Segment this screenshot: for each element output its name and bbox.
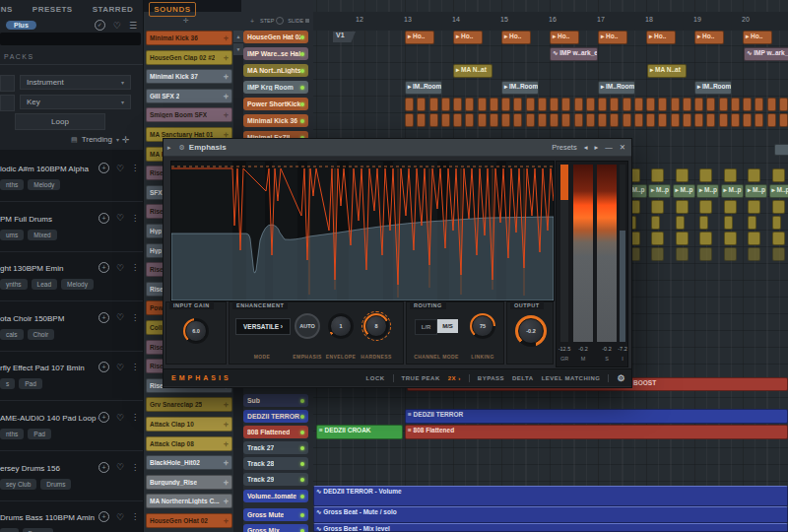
envelope-knob[interactable]: 1 xyxy=(328,313,354,339)
clip-flattened[interactable]: ≡ 808 Flattened xyxy=(405,425,788,439)
close-icon[interactable]: ✕ xyxy=(620,143,625,152)
clip-pattern[interactable] xyxy=(748,200,760,214)
more-icon[interactable]: ⋮ xyxy=(131,214,139,223)
drag-handle-icon[interactable]: ✛ xyxy=(224,93,229,100)
clip-kick[interactable] xyxy=(429,113,438,127)
clip-kick[interactable] xyxy=(743,98,752,111)
instrument-dropdown[interactable]: Instrument▾ xyxy=(20,75,131,90)
tag-chip[interactable]: ss xyxy=(0,528,19,532)
clip-auto-volume[interactable]: ∿ DEDZII TERROR - Volume xyxy=(313,486,788,506)
clip-kick[interactable] xyxy=(671,98,680,111)
clip-kick[interactable] xyxy=(755,113,763,127)
clip-kick[interactable] xyxy=(683,113,691,127)
clip-kick[interactable] xyxy=(441,113,450,127)
clip-kick[interactable] xyxy=(779,113,788,127)
gear-icon[interactable]: ⚙ xyxy=(179,144,185,152)
preset-prev-icon[interactable]: ◂ xyxy=(584,143,588,152)
trending-sort[interactable]: ▤ Trending ▾ xyxy=(71,135,119,144)
clip-pattern[interactable] xyxy=(676,216,685,230)
mute-led[interactable] xyxy=(300,35,304,39)
heart-icon[interactable]: ♡ xyxy=(116,164,124,173)
clip-pattern[interactable] xyxy=(724,168,737,182)
channel-button[interactable]: HouseGen OHat 02✛ xyxy=(146,513,232,528)
clip-kick[interactable] xyxy=(694,113,703,127)
add-icon[interactable]: + xyxy=(98,312,109,323)
clip-pattern[interactable] xyxy=(772,232,785,245)
clip-pattern-green[interactable]: ▸ M..p xyxy=(769,184,788,198)
clip-auto-mute[interactable]: ∿ Gross Beat - Mute / solo xyxy=(313,506,788,523)
clip-kick[interactable] xyxy=(779,98,788,111)
mute-led[interactable] xyxy=(300,529,304,532)
clip-northern[interactable]: ▸ MA N..at xyxy=(453,64,492,78)
channel-button[interactable]: Gill SFX 2✛ xyxy=(146,89,232,103)
channel-button[interactable]: BlackHole_Hit02✛ xyxy=(146,455,232,470)
clip-pattern[interactable] xyxy=(724,232,737,245)
track-pill[interactable]: IMP Ware..se Hall xyxy=(243,47,308,60)
clip-kick[interactable] xyxy=(478,113,487,127)
lock-button[interactable]: LOCK xyxy=(366,375,385,381)
clip-room[interactable]: ▸ IM..Room xyxy=(405,81,442,95)
more-icon[interactable]: ⋮ xyxy=(131,164,139,172)
clip-kick[interactable] xyxy=(501,98,510,111)
clip-kick[interactable] xyxy=(526,98,535,111)
hardness-knob[interactable]: 8 xyxy=(363,313,389,339)
tag-chip[interactable]: ums xyxy=(0,230,24,240)
mute-led[interactable] xyxy=(300,446,304,450)
track-pill[interactable]: DEDZII TERROR xyxy=(243,410,308,423)
drag-handle-icon[interactable]: ✛ xyxy=(224,479,229,486)
tag-chip[interactable]: Melody xyxy=(28,179,60,190)
tag-chip[interactable]: Pad xyxy=(19,378,42,389)
minimize-icon[interactable]: — xyxy=(605,143,613,152)
clip-kick[interactable] xyxy=(767,113,776,127)
clip-pattern[interactable] xyxy=(772,200,785,214)
clip-room[interactable]: ▸ IM..Room xyxy=(694,81,732,95)
clip-hat[interactable]: ▸ Ho.. xyxy=(550,31,579,44)
heart-icon[interactable]: ♡ xyxy=(113,21,121,31)
track-pill[interactable]: IMP Krg Room xyxy=(243,81,308,94)
clip-kick[interactable] xyxy=(561,113,570,127)
add-icon[interactable]: + xyxy=(98,262,109,273)
heart-icon[interactable]: ♡ xyxy=(116,413,124,423)
clip-kick[interactable] xyxy=(610,98,619,111)
clip-kick[interactable] xyxy=(538,98,547,111)
playlist-timeline[interactable]: 121314151617181920V1 xyxy=(244,12,788,31)
list-item[interactable]: lodic A#m 160BPM AlphanthsMelody+♡⋮ xyxy=(0,152,143,202)
clip-pattern[interactable] xyxy=(772,216,781,230)
clip-kick[interactable] xyxy=(405,113,414,127)
track-pill[interactable]: Track 28 xyxy=(243,457,308,470)
clip-pattern[interactable] xyxy=(676,200,689,214)
clip-kick[interactable] xyxy=(513,113,522,127)
more-icon[interactable]: ⋮ xyxy=(131,313,139,322)
clip-pattern[interactable] xyxy=(699,168,712,182)
drag-handle-icon[interactable]: ✛ xyxy=(224,459,229,466)
clip-small[interactable] xyxy=(774,144,788,156)
clip-kick[interactable] xyxy=(586,113,595,127)
tag-chip[interactable]: nths xyxy=(0,429,24,439)
mute-led[interactable] xyxy=(300,495,304,499)
clip-room[interactable]: ▸ IM..Room xyxy=(501,81,539,95)
channel-button[interactable]: Minimal Kick 37✛ xyxy=(146,69,232,84)
list-item[interactable]: ota Choir 150BPMcalsChoir+♡⋮ xyxy=(0,301,143,352)
clip-hat[interactable]: ▸ Ho.. xyxy=(743,31,772,44)
tag-chip[interactable]: Drums xyxy=(40,479,71,490)
clip-pattern[interactable] xyxy=(699,200,712,214)
clip-pattern[interactable] xyxy=(724,247,737,261)
heart-icon[interactable]: ♡ xyxy=(116,512,124,522)
delta-button[interactable]: DELTA xyxy=(512,375,534,381)
clip-kick[interactable] xyxy=(731,113,740,127)
tag-chip[interactable]: Pad xyxy=(28,429,51,439)
browser-tab-starred[interactable]: STARRED xyxy=(89,3,138,16)
add-icon[interactable]: + xyxy=(98,412,109,423)
add-icon[interactable]: + xyxy=(98,362,109,372)
heart-icon[interactable]: ♡ xyxy=(116,462,124,472)
track-pill[interactable]: Sub xyxy=(243,394,308,407)
add-icon[interactable]: + xyxy=(98,213,109,224)
clip-kick[interactable] xyxy=(465,98,474,111)
clip-kick[interactable] xyxy=(429,98,438,111)
clip-kick[interactable] xyxy=(658,98,667,111)
drag-handle-icon[interactable]: ✛ xyxy=(224,54,229,61)
tag-chip[interactable]: ynths xyxy=(0,279,28,290)
clip-pattern-green[interactable]: ▸ M..p xyxy=(745,184,767,198)
mute-led[interactable] xyxy=(300,415,304,419)
clip-terror[interactable]: ≡ DEDZII TERROR xyxy=(405,409,788,424)
